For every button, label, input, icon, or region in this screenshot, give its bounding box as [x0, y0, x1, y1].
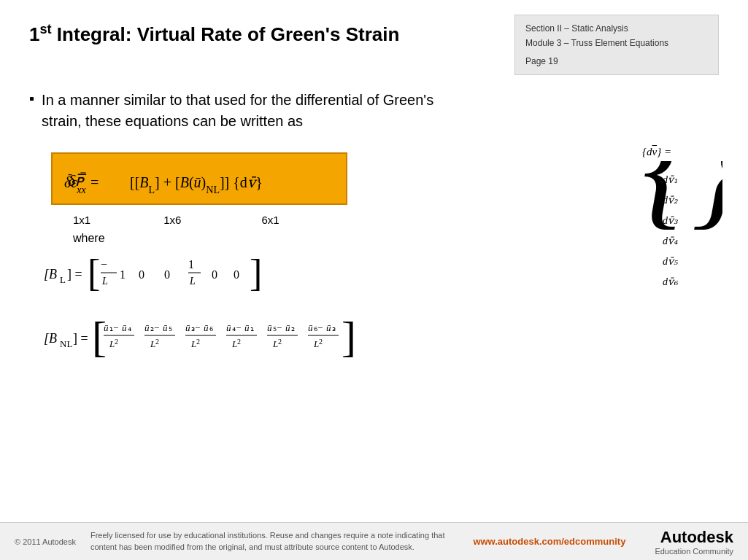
svg-text:ū: ū — [326, 322, 331, 333]
dv-vector-svg: { dv̄₁ dv̄₂ dv̄₃ dv̄₄ dv̄₅ dv̄₆ } — [642, 161, 722, 296]
footer-license-text: Freely licensed for use by educational i… — [90, 530, 458, 553]
svg-text:NL: NL — [60, 338, 72, 349]
section-line1: Section II – Static Analysis — [525, 21, 708, 36]
svg-text:L: L — [101, 276, 108, 287]
svg-text:₅: ₅ — [169, 322, 172, 333]
svg-text:dv̄₅: dv̄₅ — [663, 256, 678, 267]
dv-vector-label: {dv} = — [642, 146, 671, 158]
dv-vector: {dv} = { dv̄₁ dv̄₂ dv̄₃ dv̄₄ dv̄₅ dv̄₆ } — [642, 146, 722, 298]
main-formula-box: δᴘ̅̅ δ̄εxx = [[BL] + [B(ū)NL]] {dv̄} — [51, 152, 347, 205]
svg-text:2: 2 — [155, 338, 159, 346]
svg-text:₃: ₃ — [332, 322, 336, 333]
svg-text:ū: ū — [144, 322, 150, 333]
svg-text:2: 2 — [115, 338, 118, 346]
footer: © 2011 Autodesk Freely licensed for use … — [0, 522, 748, 560]
svg-text:L: L — [189, 276, 196, 287]
section-line2: Module 3 – Truss Element Equations — [525, 36, 708, 50]
svg-text:ū: ū — [185, 322, 190, 333]
svg-text:ū: ū — [285, 322, 290, 333]
svg-text:₃−: ₃− — [191, 322, 200, 333]
copyright-text: © 2011 Autodesk — [15, 537, 76, 546]
bullet-text: In a manner similar to that used for the… — [42, 90, 433, 132]
svg-text:ū: ū — [163, 322, 168, 333]
page-title: 1st Integral: Virtual Rate of Green's St… — [29, 22, 399, 46]
svg-text:] =: ] = — [73, 331, 88, 346]
svg-text:[[BL] + [B(ū)NL]] {dv̄}: [[BL] + [B(ū)NL]] {dv̄} — [130, 174, 263, 195]
svg-text:0: 0 — [164, 268, 170, 281]
svg-text:0: 0 — [234, 268, 239, 281]
svg-text:L: L — [272, 338, 278, 349]
svg-text:ū: ū — [244, 322, 250, 333]
page-container: 1st Integral: Virtual Rate of Green's St… — [0, 0, 748, 560]
svg-text:]: ] — [250, 252, 262, 294]
svg-text:dv̄₁: dv̄₁ — [663, 174, 678, 185]
svg-text:2: 2 — [196, 338, 200, 346]
bullet-icon: ▪ — [29, 90, 34, 107]
svg-text:₁: ₁ — [250, 322, 254, 333]
svg-text:₆−: ₆− — [314, 322, 323, 333]
svg-text:dv̄₄: dv̄₄ — [663, 236, 678, 246]
bnl-formula-svg: [B NL ] = [ ū ₁− ū ₄ L 2 ū ₂− ū ₅ L 2 ū … — [44, 311, 613, 369]
section-line3: Page 19 — [525, 54, 708, 69]
svg-text:[: [ — [92, 313, 107, 361]
svg-text:]: ] — [342, 313, 356, 361]
bl-formula-svg: [B L ] = [ − L 1 0 0 1 L 0 0 ] — [44, 251, 358, 300]
svg-text:2: 2 — [319, 338, 323, 346]
where-text: where — [73, 232, 719, 245]
svg-text:L: L — [190, 338, 196, 349]
svg-text:₅−: ₅− — [273, 322, 282, 333]
svg-text:1: 1 — [188, 258, 194, 271]
header-row: 1st Integral: Virtual Rate of Green's St… — [29, 15, 719, 75]
main-formula-svg: δᴘ̅̅ δ̄εxx = [[BL] + [B(ū)NL]] {dv̄} — [64, 160, 334, 198]
svg-text:₄: ₄ — [128, 322, 131, 333]
bnl-formula-area: [B NL ] = [ ū ₁− ū ₄ L 2 ū ₂− ū ₅ L 2 ū … — [44, 311, 719, 372]
autodesk-sub: Education Community — [655, 547, 733, 556]
label-1x6: 1x6 — [163, 214, 181, 226]
svg-text:dv̄₃: dv̄₃ — [663, 215, 678, 226]
svg-text:ū: ū — [267, 322, 272, 333]
footer-url[interactable]: www.autodesk.com/edcommunity — [473, 536, 625, 547]
autodesk-name: Autodesk — [660, 528, 733, 547]
svg-text:dv̄₆: dv̄₆ — [663, 276, 679, 287]
svg-text:1: 1 — [120, 268, 126, 281]
svg-text:dv̄₂: dv̄₂ — [663, 195, 678, 206]
svg-text:L: L — [150, 338, 155, 349]
svg-text:0: 0 — [212, 268, 217, 281]
svg-text:L: L — [231, 338, 237, 349]
section-info-box: Section II – Static Analysis Module 3 – … — [514, 15, 719, 75]
labels-row: 1x1 1x6 6x1 — [73, 214, 719, 226]
svg-text:ū: ū — [204, 322, 209, 333]
svg-text:ū: ū — [308, 322, 313, 333]
svg-text:₂−: ₂− — [150, 322, 159, 333]
svg-text:L: L — [60, 274, 66, 285]
svg-text:ū: ū — [104, 322, 109, 333]
bl-formula-area: [B L ] = [ − L 1 0 0 1 L 0 0 ] — [44, 251, 719, 303]
autodesk-branding: Autodesk Education Community — [655, 528, 733, 556]
svg-text:₁−: ₁− — [109, 322, 118, 333]
svg-text:}: } — [692, 161, 722, 241]
svg-text:[B: [B — [44, 331, 57, 346]
svg-text:₂: ₂ — [291, 322, 295, 333]
svg-text:₄−: ₄− — [232, 322, 241, 333]
label-1x1: 1x1 — [73, 214, 90, 226]
svg-text:₆: ₆ — [209, 322, 213, 333]
label-6x1: 6x1 — [261, 214, 279, 226]
svg-text:L: L — [109, 338, 115, 349]
svg-text:[: [ — [88, 252, 100, 294]
svg-text:2: 2 — [278, 338, 282, 346]
svg-text:ū: ū — [226, 322, 231, 333]
svg-text:L: L — [313, 338, 319, 349]
svg-text:[B: [B — [44, 267, 57, 281]
svg-text:−: − — [101, 258, 107, 271]
bullet-section: ▪ In a manner similar to that used for t… — [29, 90, 719, 132]
svg-text:ū: ū — [122, 322, 127, 333]
svg-text:] =: ] = — [67, 267, 82, 281]
svg-text:2: 2 — [237, 338, 241, 346]
svg-text:0: 0 — [139, 268, 144, 281]
